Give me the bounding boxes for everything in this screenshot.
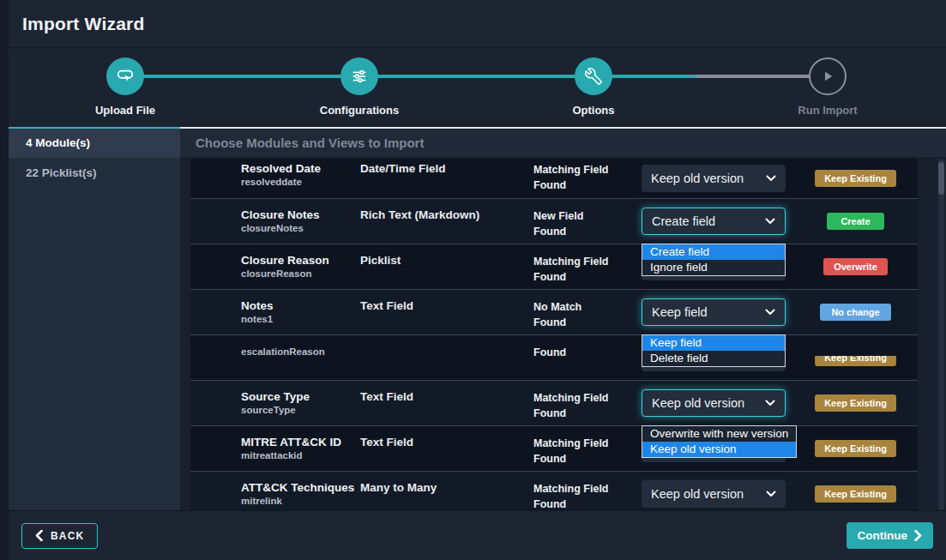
field-name: Resolved Date xyxy=(241,162,360,175)
status-badge: Keep Existing xyxy=(815,170,896,187)
status-badge-cell: No change xyxy=(793,304,918,321)
scrollbar-thumb[interactable] xyxy=(938,162,944,195)
match-status-line2: Found xyxy=(533,451,642,467)
chevron-down-icon xyxy=(765,218,775,225)
match-status-line1: Matching Field xyxy=(533,162,642,178)
field-name-cell: Closure NotesclosureNotes xyxy=(190,199,360,244)
title-bar: Import Wizard xyxy=(9,0,946,48)
match-status-line1: No Match xyxy=(533,299,642,315)
action-select-cell: Keep fieldKeep fieldDelete field xyxy=(642,298,793,326)
footer-bar: BACK Continue xyxy=(9,510,946,560)
action-select-value: Keep field xyxy=(652,305,708,319)
status-badge: Overwrite xyxy=(823,258,888,275)
action-select-value: Keep old version xyxy=(651,172,744,185)
field-name-cell: Resolved Dateresolveddate xyxy=(190,159,360,198)
field-key: sourceType xyxy=(241,405,360,415)
status-badge: Keep Existing xyxy=(815,440,896,457)
wrench-icon[interactable] xyxy=(575,57,612,95)
action-select-cell: Keep old versionOverwrite with new versi… xyxy=(642,389,793,417)
dropdown-option[interactable]: Overwrite with new version xyxy=(642,426,796,442)
field-name: MITRE ATT&CK ID xyxy=(241,436,360,449)
sidebar-item-modules[interactable]: 4 Module(s) xyxy=(9,129,180,158)
match-status-line1: New Field xyxy=(533,208,642,224)
chevron-right-icon xyxy=(914,530,922,541)
action-select-cell: Keep old version xyxy=(642,165,793,192)
status-badge: No change xyxy=(820,304,890,321)
step-label: Run Import xyxy=(759,104,896,117)
fields-table: Resolved DateresolveddateDate/Time Field… xyxy=(190,159,918,510)
status-badge-cell: Overwrite xyxy=(793,258,918,275)
page-title: Import Wizard xyxy=(22,14,144,34)
field-name: Closure Notes xyxy=(241,208,360,221)
sidebar-item-label: 22 Picklist(s) xyxy=(26,166,97,179)
sidebar-item-picklists[interactable]: 22 Picklist(s) xyxy=(9,158,180,189)
dropdown-option[interactable]: Create field xyxy=(642,244,785,260)
chevron-left-icon xyxy=(35,530,43,541)
field-type: Text Field xyxy=(360,381,533,425)
chevron-down-icon xyxy=(765,400,775,406)
field-key: notes1 xyxy=(241,314,360,324)
field-name-cell: escalationReason xyxy=(190,335,360,380)
dropdown-option[interactable]: Keep old version xyxy=(642,442,796,457)
match-status-line2: Found xyxy=(533,406,642,421)
field-name-cell: ATT&CK Techniquesmitrelink xyxy=(190,472,360,510)
sidebar-item-label: 4 Module(s) xyxy=(26,136,90,149)
table-row: escalationReasonFoundKeep old versionKee… xyxy=(190,335,918,381)
field-type: Many to Many xyxy=(360,472,533,510)
action-select[interactable]: Create field xyxy=(642,208,786,235)
dropdown-option[interactable]: Delete field xyxy=(642,351,785,366)
field-type: Text Field xyxy=(360,426,533,471)
continue-button-label: Continue xyxy=(858,529,908,542)
field-type: Rich Text (Markdown) xyxy=(360,199,533,244)
chevron-down-icon xyxy=(765,309,775,316)
match-status-line1: Matching Field xyxy=(533,254,642,269)
status-badge: Keep Existing xyxy=(815,485,896,503)
field-type: Text Field xyxy=(360,290,533,334)
sliders-icon[interactable] xyxy=(340,57,378,95)
step-label: Configurations xyxy=(291,104,428,117)
dropdown-menu: Create fieldIgnore field xyxy=(642,244,786,276)
scrollbar[interactable] xyxy=(938,159,944,510)
dropdown-option[interactable]: Keep field xyxy=(642,335,785,351)
click-select-icon[interactable] xyxy=(106,57,144,95)
dropdown-menu: Keep fieldDelete field xyxy=(642,334,786,367)
action-select[interactable]: Keep old version xyxy=(642,480,786,508)
action-select[interactable]: Keep old version xyxy=(642,389,786,417)
match-status-line2: Found xyxy=(533,224,642,239)
step-run-import: Run Import xyxy=(759,57,896,117)
status-badge-cell: Keep Existing xyxy=(793,170,918,187)
play-icon[interactable] xyxy=(809,57,847,95)
main-panel: Choose Modules and Views to Import Resol… xyxy=(180,127,946,510)
field-key: closureReason xyxy=(241,268,360,279)
field-key: mitrelink xyxy=(241,496,360,506)
action-select-cell: Keep old version xyxy=(642,480,793,508)
field-key: escalationReason xyxy=(241,346,360,357)
action-select[interactable]: Keep field xyxy=(642,298,786,326)
table-row: ATT&CK TechniquesmitrelinkMany to ManyMa… xyxy=(190,472,918,510)
step-label: Options xyxy=(525,104,662,117)
match-status: Matching FieldFound xyxy=(533,159,642,198)
dropdown-option[interactable]: Ignore field xyxy=(642,260,785,275)
table-row: Resolved DateresolveddateDate/Time Field… xyxy=(190,159,918,199)
field-name-cell: Source TypesourceType xyxy=(190,381,360,425)
step-upload-file: Upload File xyxy=(57,57,194,117)
continue-button[interactable]: Continue xyxy=(847,522,934,549)
status-badge: Keep Existing xyxy=(815,394,896,412)
field-name-cell: Notesnotes1 xyxy=(190,290,360,334)
table-row: Closure ReasonclosureReasonPicklistMatch… xyxy=(190,244,918,290)
field-name: ATT&CK Techniques xyxy=(241,481,360,494)
back-button[interactable]: BACK xyxy=(21,523,98,549)
action-select-value: Create field xyxy=(652,214,715,228)
action-select[interactable]: Keep old version xyxy=(642,165,786,192)
step-configurations: Configurations xyxy=(291,57,428,117)
field-name: Source Type xyxy=(241,390,360,403)
field-name: Closure Reason xyxy=(241,254,360,267)
status-badge-cell: Keep Existing xyxy=(793,440,918,457)
left-edge-strip xyxy=(0,0,9,560)
status-badge-cell: Keep Existing xyxy=(793,349,918,366)
match-status-line2: Found xyxy=(533,178,642,193)
chevron-down-icon xyxy=(766,175,776,182)
section-header: Choose Modules and Views to Import xyxy=(180,129,946,157)
match-status-line2: Found xyxy=(533,315,642,330)
field-type: Date/Time Field xyxy=(360,159,533,198)
